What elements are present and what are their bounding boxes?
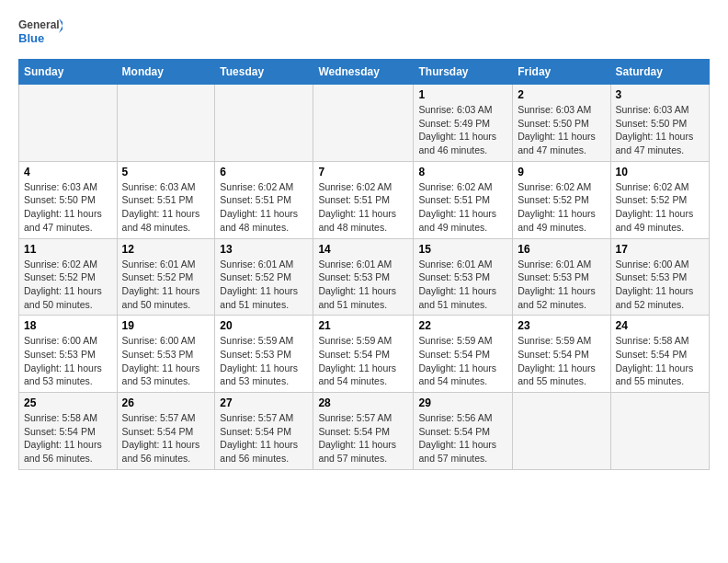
calendar-cell <box>513 393 610 470</box>
calendar-cell: 12Sunrise: 6:01 AMSunset: 5:52 PMDayligh… <box>117 238 215 316</box>
calendar-cell: 7Sunrise: 6:02 AMSunset: 5:51 PMDaylight… <box>313 161 414 238</box>
calendar-cell: 4Sunrise: 6:03 AMSunset: 5:50 PMDaylight… <box>19 161 118 238</box>
calendar-cell: 29Sunrise: 5:56 AMSunset: 5:54 PMDayligh… <box>414 393 513 470</box>
day-header-thursday: Thursday <box>414 60 513 85</box>
calendar-table: SundayMondayTuesdayWednesdayThursdayFrid… <box>18 59 710 470</box>
day-number: 27 <box>220 396 308 409</box>
svg-text:Blue: Blue <box>18 31 44 45</box>
day-header-monday: Monday <box>117 60 215 85</box>
calendar-cell: 15Sunrise: 6:01 AMSunset: 5:53 PMDayligh… <box>414 238 513 316</box>
day-header-wednesday: Wednesday <box>313 60 414 85</box>
day-detail: Sunrise: 6:03 AMSunset: 5:51 PMDaylight:… <box>122 180 210 235</box>
calendar-cell: 3Sunrise: 6:03 AMSunset: 5:50 PMDaylight… <box>610 85 710 162</box>
logo-svg: General Blue <box>18 15 63 52</box>
calendar-cell: 2Sunrise: 6:03 AMSunset: 5:50 PMDaylight… <box>513 85 610 162</box>
calendar-cell: 6Sunrise: 6:02 AMSunset: 5:51 PMDaylight… <box>215 161 313 238</box>
day-number: 13 <box>220 243 308 256</box>
day-detail: Sunrise: 6:03 AMSunset: 5:49 PMDaylight:… <box>418 103 507 157</box>
day-detail: Sunrise: 6:02 AMSunset: 5:52 PMDaylight:… <box>24 258 112 312</box>
day-detail: Sunrise: 5:56 AMSunset: 5:54 PMDaylight:… <box>418 411 507 465</box>
day-detail: Sunrise: 6:03 AMSunset: 5:50 PMDaylight:… <box>24 180 112 235</box>
calendar-cell: 1Sunrise: 6:03 AMSunset: 5:49 PMDaylight… <box>414 85 513 162</box>
day-number: 1 <box>418 88 507 101</box>
calendar-cell: 21Sunrise: 5:59 AMSunset: 5:54 PMDayligh… <box>313 316 414 393</box>
day-detail: Sunrise: 6:01 AMSunset: 5:52 PMDaylight:… <box>220 258 308 312</box>
day-detail: Sunrise: 6:02 AMSunset: 5:52 PMDaylight:… <box>518 180 605 235</box>
day-number: 6 <box>220 166 308 178</box>
day-detail: Sunrise: 6:00 AMSunset: 5:53 PMDaylight:… <box>122 334 210 388</box>
calendar-cell: 18Sunrise: 6:00 AMSunset: 5:53 PMDayligh… <box>19 316 118 393</box>
header-row: SundayMondayTuesdayWednesdayThursdayFrid… <box>19 60 710 85</box>
day-detail: Sunrise: 6:03 AMSunset: 5:50 PMDaylight:… <box>518 103 605 157</box>
svg-text:General: General <box>18 18 60 31</box>
calendar-cell: 17Sunrise: 6:00 AMSunset: 5:53 PMDayligh… <box>610 238 710 316</box>
day-number: 4 <box>24 166 112 178</box>
day-detail: Sunrise: 6:02 AMSunset: 5:51 PMDaylight:… <box>418 180 507 235</box>
calendar-cell: 9Sunrise: 6:02 AMSunset: 5:52 PMDaylight… <box>513 161 610 238</box>
calendar-week-4: 18Sunrise: 6:00 AMSunset: 5:53 PMDayligh… <box>19 316 710 393</box>
calendar-cell: 20Sunrise: 5:59 AMSunset: 5:53 PMDayligh… <box>215 316 313 393</box>
day-detail: Sunrise: 5:59 AMSunset: 5:53 PMDaylight:… <box>220 334 308 388</box>
calendar-cell: 28Sunrise: 5:57 AMSunset: 5:54 PMDayligh… <box>313 393 414 470</box>
calendar-cell: 11Sunrise: 6:02 AMSunset: 5:52 PMDayligh… <box>19 238 118 316</box>
day-number: 5 <box>122 166 210 178</box>
day-detail: Sunrise: 6:03 AMSunset: 5:50 PMDaylight:… <box>616 103 705 157</box>
day-number: 22 <box>418 319 507 332</box>
day-number: 24 <box>616 319 705 332</box>
day-detail: Sunrise: 6:01 AMSunset: 5:52 PMDaylight:… <box>122 258 210 312</box>
day-detail: Sunrise: 6:00 AMSunset: 5:53 PMDaylight:… <box>24 334 112 388</box>
day-number: 23 <box>518 319 605 332</box>
day-detail: Sunrise: 6:02 AMSunset: 5:52 PMDaylight:… <box>616 180 705 235</box>
day-header-sunday: Sunday <box>19 60 118 85</box>
day-number: 26 <box>122 396 210 409</box>
calendar-cell <box>313 85 414 162</box>
day-detail: Sunrise: 5:57 AMSunset: 5:54 PMDaylight:… <box>122 411 210 465</box>
day-number: 16 <box>518 243 605 256</box>
day-number: 29 <box>418 396 507 409</box>
day-number: 7 <box>318 166 408 178</box>
calendar-week-1: 1Sunrise: 6:03 AMSunset: 5:49 PMDaylight… <box>19 85 710 162</box>
calendar-cell: 10Sunrise: 6:02 AMSunset: 5:52 PMDayligh… <box>610 161 710 238</box>
calendar-cell: 8Sunrise: 6:02 AMSunset: 5:51 PMDaylight… <box>414 161 513 238</box>
day-detail: Sunrise: 5:57 AMSunset: 5:54 PMDaylight:… <box>318 411 408 465</box>
day-number: 17 <box>616 243 705 256</box>
day-number: 8 <box>418 166 507 178</box>
header: General Blue <box>18 15 710 52</box>
calendar-cell <box>19 85 118 162</box>
day-detail: Sunrise: 6:01 AMSunset: 5:53 PMDaylight:… <box>518 258 605 312</box>
day-detail: Sunrise: 5:59 AMSunset: 5:54 PMDaylight:… <box>318 334 408 388</box>
day-detail: Sunrise: 6:01 AMSunset: 5:53 PMDaylight:… <box>318 258 408 312</box>
day-number: 11 <box>24 243 112 256</box>
calendar-cell: 5Sunrise: 6:03 AMSunset: 5:51 PMDaylight… <box>117 161 215 238</box>
day-number: 10 <box>616 166 705 178</box>
day-detail: Sunrise: 6:01 AMSunset: 5:53 PMDaylight:… <box>418 258 507 312</box>
day-header-friday: Friday <box>513 60 610 85</box>
calendar-cell: 23Sunrise: 5:59 AMSunset: 5:54 PMDayligh… <box>513 316 610 393</box>
calendar-week-5: 25Sunrise: 5:58 AMSunset: 5:54 PMDayligh… <box>19 393 710 470</box>
calendar-cell: 13Sunrise: 6:01 AMSunset: 5:52 PMDayligh… <box>215 238 313 316</box>
day-number: 21 <box>318 319 408 332</box>
calendar-cell <box>610 393 710 470</box>
day-detail: Sunrise: 5:59 AMSunset: 5:54 PMDaylight:… <box>518 334 605 388</box>
day-detail: Sunrise: 5:59 AMSunset: 5:54 PMDaylight:… <box>418 334 507 388</box>
day-number: 14 <box>318 243 408 256</box>
calendar-cell: 26Sunrise: 5:57 AMSunset: 5:54 PMDayligh… <box>117 393 215 470</box>
calendar-cell: 19Sunrise: 6:00 AMSunset: 5:53 PMDayligh… <box>117 316 215 393</box>
day-detail: Sunrise: 6:02 AMSunset: 5:51 PMDaylight:… <box>220 180 308 235</box>
day-header-tuesday: Tuesday <box>215 60 313 85</box>
calendar-cell: 16Sunrise: 6:01 AMSunset: 5:53 PMDayligh… <box>513 238 610 316</box>
day-number: 18 <box>24 319 112 332</box>
calendar-cell: 25Sunrise: 5:58 AMSunset: 5:54 PMDayligh… <box>19 393 118 470</box>
day-detail: Sunrise: 6:02 AMSunset: 5:51 PMDaylight:… <box>318 180 408 235</box>
day-header-saturday: Saturday <box>610 60 710 85</box>
day-detail: Sunrise: 6:00 AMSunset: 5:53 PMDaylight:… <box>616 258 705 312</box>
calendar-week-3: 11Sunrise: 6:02 AMSunset: 5:52 PMDayligh… <box>19 238 710 316</box>
day-number: 9 <box>518 166 605 178</box>
day-number: 25 <box>24 396 112 409</box>
calendar-cell: 24Sunrise: 5:58 AMSunset: 5:54 PMDayligh… <box>610 316 710 393</box>
day-detail: Sunrise: 5:57 AMSunset: 5:54 PMDaylight:… <box>220 411 308 465</box>
calendar-cell: 14Sunrise: 6:01 AMSunset: 5:53 PMDayligh… <box>313 238 414 316</box>
day-number: 15 <box>418 243 507 256</box>
calendar-cell <box>117 85 215 162</box>
day-number: 20 <box>220 319 308 332</box>
